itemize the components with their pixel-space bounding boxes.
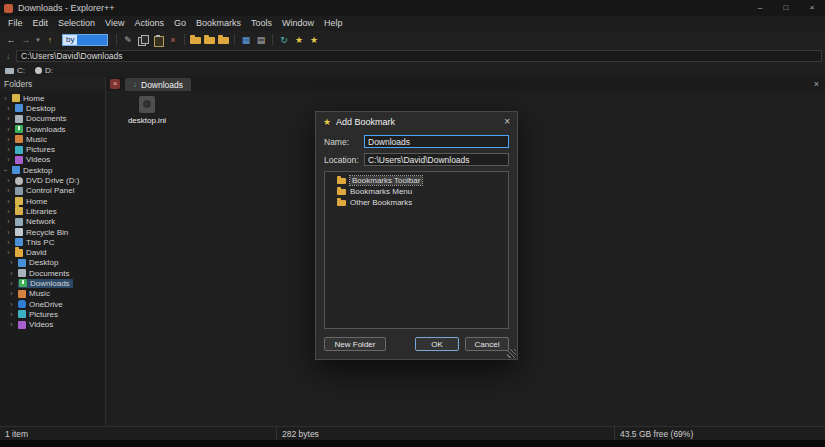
- tree-item[interactable]: › This PC: [0, 237, 105, 247]
- copy-icon[interactable]: [137, 35, 149, 45]
- menu-go[interactable]: Go: [169, 16, 191, 31]
- bookmark-folder-list[interactable]: Bookmarks Toolbar Bookmarks Menu Other B…: [324, 171, 509, 329]
- chevron-right-icon[interactable]: ›: [8, 311, 15, 318]
- tree-item-label: Desktop: [29, 258, 58, 267]
- tab-downloads[interactable]: ↓ Downloads: [125, 78, 191, 91]
- address-input[interactable]: [16, 50, 822, 62]
- tree-item[interactable]: › Music: [0, 289, 105, 299]
- menu-window[interactable]: Window: [277, 16, 319, 31]
- menu-edit[interactable]: Edit: [28, 16, 54, 31]
- toolbar-edit-box[interactable]: by: [62, 34, 108, 46]
- tree-item[interactable]: › Music: [0, 134, 105, 144]
- paste-icon[interactable]: [152, 35, 164, 45]
- tree-item[interactable]: › Documents: [0, 268, 105, 278]
- close-tab-button[interactable]: ×: [814, 79, 819, 89]
- tree-item[interactable]: › Videos: [0, 155, 105, 165]
- drive-c-button[interactable]: C:: [5, 66, 25, 75]
- chevron-right-icon[interactable]: ›: [5, 105, 12, 112]
- dialog-titlebar[interactable]: ★ Add Bookmark ×: [316, 112, 517, 131]
- bookmark-folder-item[interactable]: Other Bookmarks: [325, 197, 508, 208]
- file-desktop-ini[interactable]: desktop.ini: [120, 96, 174, 125]
- tree-item[interactable]: › Control Panel: [0, 186, 105, 196]
- menu-bookmarks[interactable]: Bookmarks: [191, 16, 246, 31]
- chevron-right-icon[interactable]: ›: [5, 146, 12, 153]
- tree-item[interactable]: › Desktop: [0, 258, 105, 268]
- chevron-right-icon[interactable]: ›: [8, 301, 15, 308]
- new-folder-button[interactable]: New Folder: [324, 337, 386, 351]
- chevron-right-icon[interactable]: ›: [8, 280, 15, 287]
- chevron-right-icon[interactable]: ›: [8, 259, 15, 266]
- new-folder-icon[interactable]: [190, 37, 201, 44]
- menu-selection[interactable]: Selection: [53, 16, 100, 31]
- chevron-right-icon[interactable]: ›: [2, 95, 9, 102]
- bookmark-folder-item[interactable]: Bookmarks Menu: [325, 186, 508, 197]
- chevron-right-icon[interactable]: ›: [5, 115, 12, 122]
- chevron-right-icon[interactable]: ›: [5, 187, 12, 194]
- rename-icon[interactable]: ✎: [122, 35, 134, 45]
- forward-dropdown-icon[interactable]: ▾: [35, 36, 41, 44]
- downloads-folder-icon: ↓: [3, 52, 13, 61]
- main-toolbar: ← → ▾ ↑ by ✎ × ▦ ▤ ↻ ★ ★: [0, 31, 825, 48]
- back-icon[interactable]: ←: [5, 35, 17, 45]
- tree-item[interactable]: › David: [0, 247, 105, 257]
- manage-bookmarks-icon[interactable]: ★: [308, 35, 320, 45]
- close-folders-pane-button[interactable]: ×: [110, 79, 120, 89]
- drive-d-button[interactable]: D:: [35, 66, 53, 75]
- tree-item[interactable]: › Desktop: [0, 165, 105, 175]
- music-icon: [15, 135, 23, 143]
- minimize-button[interactable]: –: [747, 0, 773, 16]
- close-button[interactable]: ×: [799, 0, 825, 16]
- tree-item[interactable]: › Desktop: [0, 103, 105, 113]
- bookmark-folder-item[interactable]: Bookmarks Toolbar: [325, 175, 508, 186]
- tree-item[interactable]: › DVD Drive (D:): [0, 175, 105, 185]
- menu-actions[interactable]: Actions: [129, 16, 169, 31]
- tree-item[interactable]: › Pictures: [0, 309, 105, 319]
- chevron-right-icon[interactable]: ›: [5, 208, 12, 215]
- menu-view[interactable]: View: [100, 16, 129, 31]
- views-icon[interactable]: ▦: [240, 35, 252, 45]
- resize-grip[interactable]: [507, 349, 516, 358]
- bookmark-name-input[interactable]: [364, 135, 509, 148]
- titlebar[interactable]: Downloads - Explorer++ – □ ×: [0, 0, 825, 16]
- app-icon: [4, 4, 13, 13]
- chevron-right-icon[interactable]: ›: [8, 270, 15, 277]
- menu-file[interactable]: File: [3, 16, 28, 31]
- chevron-right-icon[interactable]: ›: [5, 126, 12, 133]
- ok-button[interactable]: OK: [415, 337, 459, 351]
- cancel-button[interactable]: Cancel: [465, 337, 509, 351]
- chevron-right-icon[interactable]: ›: [5, 249, 12, 256]
- chevron-right-icon[interactable]: ›: [8, 290, 15, 297]
- chevron-right-icon[interactable]: ›: [5, 198, 12, 205]
- tree-item[interactable]: › Recycle Bin: [0, 227, 105, 237]
- add-bookmark-icon[interactable]: ★: [293, 35, 305, 45]
- tree-item[interactable]: › Home: [0, 93, 105, 103]
- maximize-button[interactable]: □: [773, 0, 799, 16]
- chevron-right-icon[interactable]: ›: [5, 218, 12, 225]
- move-to-folder-icon[interactable]: [218, 37, 229, 44]
- chevron-right-icon[interactable]: ›: [5, 177, 12, 184]
- chevron-right-icon[interactable]: ›: [5, 229, 12, 236]
- dialog-close-button[interactable]: ×: [504, 116, 510, 127]
- tree-item[interactable]: › Downloads: [0, 124, 105, 134]
- forward-icon[interactable]: →: [20, 35, 32, 45]
- up-icon[interactable]: ↑: [44, 35, 56, 45]
- chevron-down-icon[interactable]: ›: [2, 167, 9, 174]
- chevron-right-icon[interactable]: ›: [8, 321, 15, 328]
- tree-item[interactable]: › OneDrive: [0, 299, 105, 309]
- chevron-right-icon[interactable]: ›: [5, 156, 12, 163]
- tree-item-selected[interactable]: › Downloads: [0, 278, 105, 288]
- bookmark-location-input[interactable]: [364, 153, 509, 166]
- tree-item[interactable]: › Videos: [0, 320, 105, 330]
- details-view-icon[interactable]: ▤: [255, 35, 267, 45]
- tree-item[interactable]: › Documents: [0, 114, 105, 124]
- copy-to-folder-icon[interactable]: [204, 37, 215, 44]
- chevron-right-icon[interactable]: ›: [5, 239, 12, 246]
- tree-item[interactable]: › Network: [0, 217, 105, 227]
- delete-icon[interactable]: ×: [167, 35, 179, 45]
- menu-tools[interactable]: Tools: [246, 16, 277, 31]
- chevron-right-icon[interactable]: ›: [5, 136, 12, 143]
- menu-help[interactable]: Help: [319, 16, 348, 31]
- tree-item[interactable]: › Pictures: [0, 144, 105, 154]
- tree-item[interactable]: › Libraries: [0, 206, 105, 216]
- refresh-icon[interactable]: ↻: [278, 35, 290, 45]
